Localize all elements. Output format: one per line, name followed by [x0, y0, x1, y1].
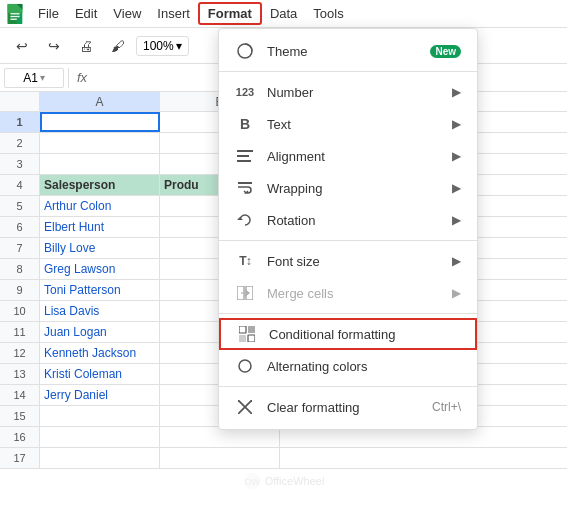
theme-new-badge: New: [430, 45, 461, 58]
row-number: 4: [0, 175, 40, 195]
row-number: 1: [0, 112, 40, 132]
zoom-arrow: ▾: [176, 39, 182, 53]
row-number: 8: [0, 259, 40, 279]
corner-cell: [0, 92, 40, 111]
row-number: 6: [0, 217, 40, 237]
cell-b17[interactable]: [160, 448, 280, 468]
fontsize-arrow: ▶: [452, 254, 461, 268]
cell-a1[interactable]: [40, 112, 160, 132]
menu-item-fontsize[interactable]: T↕ Font size ▶: [219, 245, 477, 277]
svg-text:OW: OW: [244, 477, 260, 487]
menu-item-wrapping[interactable]: Wrapping ▶: [219, 172, 477, 204]
menu-data[interactable]: Data: [262, 4, 305, 23]
row-number: 3: [0, 154, 40, 174]
menu-item-clear-formatting[interactable]: Clear formatting Ctrl+\: [219, 391, 477, 423]
menu-view[interactable]: View: [105, 4, 149, 23]
merge-cells-arrow: ▶: [452, 286, 461, 300]
cell-a11[interactable]: Juan Logan: [40, 322, 160, 342]
svg-marker-12: [237, 217, 243, 220]
cell-a4[interactable]: Salesperson: [40, 175, 160, 195]
svg-rect-9: [237, 155, 249, 157]
conditional-formatting-label: Conditional formatting: [269, 327, 459, 342]
menu-item-rotation[interactable]: Rotation ▶: [219, 204, 477, 236]
number-label: Number: [267, 85, 440, 100]
svg-rect-5: [10, 15, 19, 16]
menu-format[interactable]: Format: [198, 2, 262, 25]
cell-a7[interactable]: Billy Love: [40, 238, 160, 258]
alternating-colors-icon: [235, 358, 255, 374]
menu-bar: File Edit View Insert Format Data Tools: [0, 0, 567, 28]
row-number: 5: [0, 196, 40, 216]
menu-edit[interactable]: Edit: [67, 4, 105, 23]
menu-item-conditional-formatting[interactable]: Conditional formatting: [219, 318, 477, 350]
merge-cells-label: Merge cells: [267, 286, 440, 301]
svg-rect-4: [10, 13, 19, 14]
svg-rect-11: [238, 182, 252, 184]
alignment-arrow: ▶: [452, 149, 461, 163]
menu-item-theme[interactable]: Theme New: [219, 35, 477, 67]
zoom-selector[interactable]: 100% ▾: [136, 36, 189, 56]
cell-a2[interactable]: [40, 133, 160, 153]
menu-item-merge-cells[interactable]: Merge cells ▶: [219, 277, 477, 309]
svg-rect-15: [239, 326, 246, 333]
text-icon: B: [235, 116, 255, 132]
svg-rect-18: [248, 335, 255, 342]
print-button[interactable]: 🖨: [72, 32, 100, 60]
format-dropdown-menu: Theme New 123 Number ▶ B Text ▶ Alignmen…: [218, 28, 478, 430]
menu-divider-3: [219, 313, 477, 314]
alternating-colors-label: Alternating colors: [267, 359, 461, 374]
menu-item-alignment[interactable]: Alignment ▶: [219, 140, 477, 172]
text-arrow: ▶: [452, 117, 461, 131]
menu-file[interactable]: File: [30, 4, 67, 23]
row-number: 7: [0, 238, 40, 258]
clear-formatting-icon: [235, 400, 255, 414]
menu-tools[interactable]: Tools: [305, 4, 351, 23]
svg-rect-6: [10, 18, 16, 19]
cell-a9[interactable]: Toni Patterson: [40, 280, 160, 300]
clear-formatting-label: Clear formatting: [267, 400, 420, 415]
menu-divider-1: [219, 71, 477, 72]
menu-item-number[interactable]: 123 Number ▶: [219, 76, 477, 108]
table-row: 17: [0, 448, 567, 469]
menu-item-alternating-colors[interactable]: Alternating colors: [219, 350, 477, 382]
paint-format-button[interactable]: 🖌: [104, 32, 132, 60]
cell-a17[interactable]: [40, 448, 160, 468]
formula-divider: [68, 68, 69, 88]
menu-divider-2: [219, 240, 477, 241]
row-number: 10: [0, 301, 40, 321]
fx-icon: fx: [73, 70, 91, 85]
clear-formatting-shortcut: Ctrl+\: [432, 400, 461, 414]
rotation-icon: [235, 212, 255, 228]
row-number: 16: [0, 427, 40, 447]
cell-a5[interactable]: Arthur Colon: [40, 196, 160, 216]
row-number: 9: [0, 280, 40, 300]
cell-a10[interactable]: Lisa Davis: [40, 301, 160, 321]
cell-a16[interactable]: [40, 427, 160, 447]
cell-a6[interactable]: Elbert Hunt: [40, 217, 160, 237]
redo-button[interactable]: ↪: [40, 32, 68, 60]
cell-a13[interactable]: Kristi Coleman: [40, 364, 160, 384]
rotation-label: Rotation: [267, 213, 440, 228]
cell-a12[interactable]: Kenneth Jackson: [40, 343, 160, 363]
cell-a14[interactable]: Jerry Daniel: [40, 385, 160, 405]
table-row: 16: [0, 427, 567, 448]
menu-divider-4: [219, 386, 477, 387]
alignment-icon: [235, 150, 255, 162]
menu-item-text[interactable]: B Text ▶: [219, 108, 477, 140]
rotation-arrow: ▶: [452, 213, 461, 227]
watermark-logo-icon: OW: [243, 472, 261, 490]
row-number: 2: [0, 133, 40, 153]
cell-a15[interactable]: [40, 406, 160, 426]
row-number: 12: [0, 343, 40, 363]
cell-a8[interactable]: Greg Lawson: [40, 259, 160, 279]
undo-button[interactable]: ↩: [8, 32, 36, 60]
cell-a3[interactable]: [40, 154, 160, 174]
cell-reference[interactable]: A1 ▾: [4, 68, 64, 88]
col-header-a[interactable]: A: [40, 92, 160, 111]
menu-insert[interactable]: Insert: [149, 4, 198, 23]
number-arrow: ▶: [452, 85, 461, 99]
wrapping-arrow: ▶: [452, 181, 461, 195]
merge-cells-icon: [235, 286, 255, 300]
row-number: 14: [0, 385, 40, 405]
cell-b16[interactable]: [160, 427, 280, 447]
